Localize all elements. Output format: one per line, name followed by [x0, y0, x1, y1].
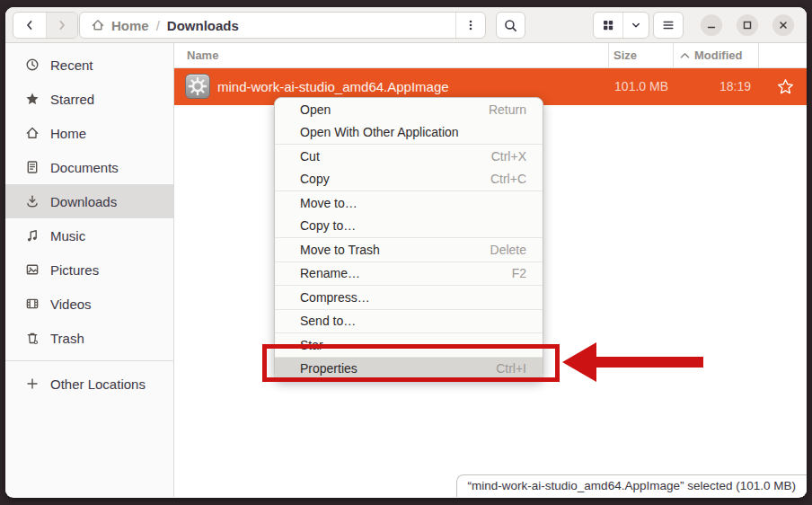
- documents-icon: [25, 160, 40, 174]
- app-menu-button[interactable]: [653, 12, 684, 39]
- maximize-icon: [742, 20, 753, 31]
- menu-item-label: Star: [300, 338, 323, 352]
- breadcrumb: Home / Downloads: [80, 18, 455, 33]
- sidebar-item-trash[interactable]: Trash: [5, 321, 173, 355]
- menu-item-label: Compress…: [300, 290, 370, 305]
- path-menu-button[interactable]: [455, 13, 485, 38]
- sidebar-item-videos[interactable]: Videos: [5, 287, 173, 321]
- column-header-modified-label: Modified: [694, 43, 742, 68]
- nav-button-group: [13, 12, 78, 39]
- column-header-size[interactable]: Size: [613, 43, 637, 68]
- grid-view-button[interactable]: [594, 13, 622, 38]
- menu-item-compress[interactable]: Compress…: [275, 286, 543, 309]
- menu-item-label: Send to…: [300, 314, 356, 328]
- breadcrumb-root-label: Home: [111, 18, 149, 33]
- sidebar-item-home[interactable]: Home: [5, 116, 173, 150]
- menu-item-label: Properties: [300, 361, 357, 376]
- hamburger-menu-icon: [661, 18, 675, 32]
- sidebar-item-recent[interactable]: Recent: [5, 48, 173, 82]
- menu-item-copy[interactable]: CopyCtrl+C: [275, 168, 543, 191]
- menu-item-label: Copy: [300, 172, 330, 186]
- minimize-button[interactable]: [701, 14, 722, 36]
- sidebar-item-label: Trash: [50, 331, 84, 346]
- gear-icon: [188, 76, 207, 96]
- sidebar-item-downloads[interactable]: Downloads: [5, 184, 173, 218]
- star-toggle-icon[interactable]: [777, 78, 794, 95]
- menu-item-label: Open With Other Application: [300, 125, 459, 139]
- menu-item-send-to[interactable]: Send to…: [275, 310, 543, 333]
- selection-status-text: “mind-work-ai-studio_amd64.AppImage” sel…: [468, 479, 796, 492]
- home-icon: [91, 18, 105, 32]
- menu-item-accel: Ctrl+I: [496, 361, 526, 376]
- kebab-menu-icon: [463, 18, 478, 32]
- sidebar-item-other-locations[interactable]: Other Locations: [5, 367, 173, 401]
- sidebar-item-label: Other Locations: [50, 377, 146, 392]
- menu-item-move-to[interactable]: Move to…: [275, 191, 543, 215]
- menu-item-move-to-trash[interactable]: Move to TrashDelete: [275, 238, 543, 261]
- chevron-left-icon: [22, 18, 37, 32]
- column-divider: [608, 43, 609, 67]
- menu-item-star[interactable]: Star: [275, 333, 543, 357]
- pictures-icon: [25, 262, 40, 277]
- menu-item-cut[interactable]: CutCtrl+X: [275, 145, 543, 168]
- header-bar: Home / Downloads: [5, 7, 807, 43]
- menu-item-accel: Return: [489, 102, 526, 117]
- menu-item-label: Open: [300, 102, 331, 117]
- places-sidebar: Recent Starred Home Documents Downloads …: [5, 43, 174, 497]
- sidebar-item-music[interactable]: Music: [5, 218, 173, 252]
- sidebar-item-label: Videos: [50, 297, 92, 312]
- menu-item-label: Cut: [300, 149, 320, 164]
- menu-item-open[interactable]: OpenReturn: [275, 98, 543, 121]
- chevron-right-icon: [55, 18, 69, 32]
- home-icon: [25, 126, 40, 140]
- maximize-button[interactable]: [737, 14, 758, 36]
- menu-item-copy-to[interactable]: Copy to…: [275, 215, 543, 238]
- menu-item-label: Move to Trash: [300, 243, 380, 257]
- close-icon: [778, 20, 789, 31]
- menu-item-properties[interactable]: PropertiesCtrl+I: [275, 358, 543, 381]
- sidebar-item-starred[interactable]: Starred: [5, 82, 173, 116]
- sidebar-item-label: Downloads: [50, 194, 117, 209]
- sidebar-item-documents[interactable]: Documents: [5, 150, 173, 184]
- appimage-file-icon: [185, 74, 210, 99]
- breadcrumb-separator: /: [156, 18, 160, 33]
- file-modified-time: 18:19: [679, 68, 751, 105]
- column-header-modified[interactable]: Modified: [680, 43, 742, 68]
- sidebar-item-label: Starred: [50, 92, 94, 107]
- menu-item-accel: Ctrl+X: [491, 149, 526, 164]
- search-icon: [503, 18, 518, 33]
- breadcrumb-current[interactable]: Downloads: [167, 18, 239, 33]
- close-button[interactable]: [772, 14, 794, 36]
- music-icon: [25, 228, 40, 243]
- trash-icon: [25, 331, 40, 345]
- sort-ascending-icon: [680, 52, 690, 59]
- starred-icon: [25, 92, 40, 106]
- sidebar-divider: [5, 360, 173, 361]
- menu-item-label: Copy to…: [300, 218, 356, 233]
- column-header-name[interactable]: Name: [187, 43, 218, 68]
- minimize-icon: [706, 20, 717, 31]
- menu-item-rename[interactable]: Rename…F2: [275, 262, 543, 286]
- menu-item-accel: F2: [512, 266, 526, 280]
- menu-item-label: Move to…: [300, 196, 357, 210]
- view-toggle-group: [593, 12, 649, 39]
- context-menu: OpenReturn Open With Other Application C…: [274, 97, 543, 381]
- downloads-icon: [25, 194, 40, 208]
- sidebar-item-pictures[interactable]: Pictures: [5, 252, 173, 287]
- column-divider: [758, 43, 759, 67]
- back-button[interactable]: [13, 13, 46, 38]
- column-divider: [673, 43, 674, 67]
- file-size: 101.0 MB: [560, 68, 668, 105]
- videos-icon: [25, 297, 40, 311]
- search-button[interactable]: [496, 12, 525, 39]
- chevron-down-icon: [629, 18, 643, 32]
- menu-item-accel: Ctrl+C: [490, 172, 526, 186]
- view-options-button[interactable]: [622, 13, 649, 38]
- menu-item-open-with-other-application[interactable]: Open With Other Application: [275, 121, 543, 145]
- grid-view-icon: [601, 18, 615, 32]
- recent-icon: [25, 58, 40, 72]
- forward-button[interactable]: [46, 13, 78, 38]
- list-column-headers: Name Size Modified: [174, 43, 807, 68]
- breadcrumb-home[interactable]: Home: [91, 18, 149, 33]
- plus-icon: [25, 377, 40, 391]
